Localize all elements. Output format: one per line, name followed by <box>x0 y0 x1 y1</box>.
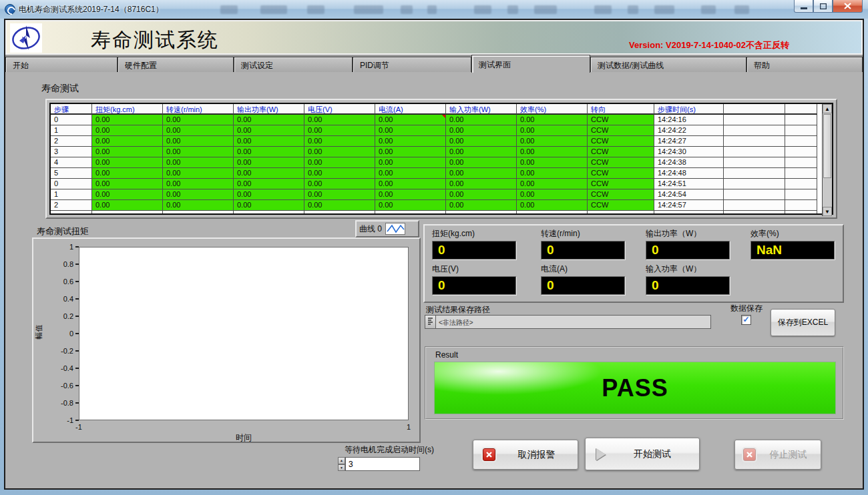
y-tick: 1 <box>43 241 79 252</box>
table-row: 0 0.00 0.00 0.00 0.00 0.00 0.00 0.00 CCW… <box>51 115 832 125</box>
section-title: 寿命测试 <box>41 83 79 95</box>
cell-torque: 0.00 <box>92 125 163 136</box>
cell-direction: CCW <box>588 125 654 136</box>
scrollbar-thumb[interactable] <box>823 114 831 178</box>
display-label: 转速(r/min) <box>541 228 634 239</box>
data-save-checkbox[interactable]: ✓ <box>741 315 751 325</box>
play-icon <box>596 448 606 460</box>
tab[interactable]: PID调节 <box>353 57 471 72</box>
cell-current: 0.00 <box>375 189 446 200</box>
col-header-empty <box>785 104 817 115</box>
y-tick: -0.6 <box>43 380 79 391</box>
cell-step: 1 <box>51 189 92 200</box>
cell-speed: 0.00 <box>163 189 234 200</box>
cell-input-power: 0.00 <box>446 157 517 168</box>
cell-empty <box>785 157 817 168</box>
cell-speed: 0.00 <box>163 200 234 211</box>
cell-input-power: 0.00 <box>446 200 517 211</box>
cell-input-power: 0.00 <box>446 189 517 200</box>
digital-display: 输出功率（W） 0 <box>646 228 739 260</box>
cell-current: 0.00 <box>375 147 446 157</box>
save-path-control: <非法路径> <box>425 315 711 329</box>
cell-voltage: 0.00 <box>304 115 375 125</box>
tab[interactable]: 测试设定 <box>234 57 353 72</box>
x-axis-label: 时间 <box>79 432 409 444</box>
cell-speed: 0.00 <box>163 136 234 147</box>
display-value: 0 <box>646 276 730 295</box>
plot-area[interactable] <box>79 247 409 420</box>
wait-time-input[interactable]: 3 <box>345 457 420 471</box>
col-header-voltage: 电压(V) <box>304 104 375 115</box>
app-frame: 寿命测试系统 Version: V2019-7-14-1040-02不含正反转 … <box>4 19 864 490</box>
cell-torque: 0.00 <box>92 168 163 179</box>
test-interface-page: 寿命测试 步骤 扭矩(kg.cm) 转速(r/min) 输出功率(W) 电压(V… <box>5 72 863 488</box>
digital-display: 扭矩(kg.cm) 0 <box>432 228 525 260</box>
maximize-button[interactable] <box>813 0 833 13</box>
table-row: 4 0.00 0.00 0.00 0.00 0.00 0.00 0.00 CCW… <box>51 157 832 168</box>
system-title: 寿命测试系统 <box>91 27 219 54</box>
company-logo <box>10 23 42 53</box>
close-button[interactable] <box>833 0 863 13</box>
cell-direction: CCW <box>588 168 654 179</box>
cancel-alarm-button[interactable]: 取消报警 <box>473 440 578 470</box>
display-label: 扭矩(kg.cm) <box>432 228 525 239</box>
tab-bar: 开始硬件配置测试设定PID调节测试界面测试数据/测试曲线帮助 <box>5 55 863 72</box>
cell-speed: 0.00 <box>163 168 234 179</box>
path-browse-icon[interactable] <box>425 315 436 329</box>
cell-direction: CCW <box>588 200 654 211</box>
tab[interactable]: 测试界面 <box>471 55 590 73</box>
cell-empty <box>724 189 785 200</box>
col-header-step-time: 步骤时间(s) <box>654 104 724 115</box>
save-path-label: 测试结果保存路径 <box>426 304 490 316</box>
tab[interactable]: 帮助 <box>746 57 863 72</box>
tab[interactable]: 测试数据/测试曲线 <box>590 57 746 72</box>
table-row: 0 0.00 0.00 0.00 0.00 0.00 0.00 0.00 CCW… <box>51 179 832 189</box>
display-value: 0 <box>432 276 516 295</box>
digital-display: 输入功率（W） 0 <box>646 264 739 295</box>
cell-torque: 0.00 <box>92 147 163 157</box>
cell-empty <box>724 147 785 157</box>
stop-test-button[interactable]: 停止测试 <box>734 440 821 470</box>
cell-step: 0 <box>51 179 92 189</box>
cell-step-time: 14:24:51 <box>654 179 724 189</box>
cell-current: 0.00 <box>375 125 446 136</box>
decrement-icon[interactable]: ▼ <box>338 464 345 472</box>
tab[interactable]: 开始 <box>5 57 118 72</box>
minimize-button[interactable] <box>794 0 813 13</box>
cell-torque: 0.00 <box>92 200 163 211</box>
cell-output-power: 0.00 <box>234 125 304 136</box>
tab[interactable]: 硬件配置 <box>118 57 234 72</box>
red-x-icon-disabled <box>743 448 756 461</box>
cell-current: 0.00 <box>375 179 446 189</box>
col-header-input-power: 输入功率(W) <box>446 104 517 115</box>
increment-icon[interactable]: ▲ <box>338 457 345 464</box>
cell-efficiency: 0.00 <box>517 136 588 147</box>
result-value: PASS <box>602 374 668 402</box>
cell-voltage: 0.00 <box>304 168 375 179</box>
cell-current: 0.00 <box>375 136 446 147</box>
result-label: Result <box>435 350 458 360</box>
app-icon <box>5 4 15 15</box>
cell-empty <box>724 200 785 211</box>
cell-efficiency: 0.00 <box>517 168 588 179</box>
save-to-excel-button[interactable]: 保存到EXCEL <box>771 309 835 336</box>
col-header-efficiency: 效率(%) <box>517 104 588 115</box>
x-tick-min: -1 <box>71 423 87 431</box>
titlebar-ghost-artifacts <box>220 4 741 16</box>
scroll-down-icon[interactable]: ▼ <box>823 207 832 216</box>
save-path-input[interactable]: <非法路径> <box>436 315 711 329</box>
cell-output-power: 0.00 <box>234 115 304 125</box>
cell-current: 0.00 <box>375 115 446 125</box>
cell-speed: 0.00 <box>163 115 234 125</box>
measurement-display-panel: 扭矩(kg.cm) 0 转速(r/min) 0 输出功率（W） 0 效 <box>423 224 844 303</box>
scroll-up-icon[interactable]: ▲ <box>823 104 832 113</box>
wait-time-control: ▲ ▼ 3 <box>338 457 420 471</box>
start-test-button[interactable]: 开始测试 <box>585 438 700 470</box>
chart-legend[interactable]: 曲线 0 <box>355 220 419 237</box>
col-header-direction: 转向 <box>588 104 654 115</box>
numeric-stepper[interactable]: ▲ ▼ <box>338 457 345 471</box>
display-label: 电压(V) <box>432 264 525 275</box>
table-scrollbar[interactable]: ▲ ▼ <box>822 104 832 216</box>
cell-voltage: 0.00 <box>304 125 375 136</box>
table-row: 5 0.00 0.00 0.00 0.00 0.00 0.00 0.00 CCW… <box>51 168 832 179</box>
